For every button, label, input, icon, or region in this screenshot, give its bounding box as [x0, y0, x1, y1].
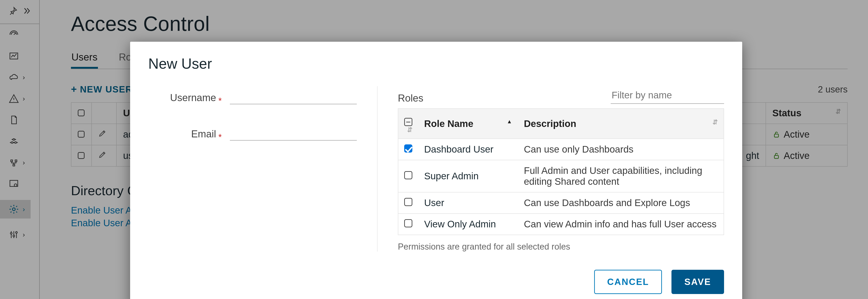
page-title: Access Control — [71, 12, 847, 36]
col-status[interactable]: Status⇵ — [766, 102, 847, 124]
username-field-row: Username* — [148, 88, 357, 104]
col-role-name[interactable]: Role Name▲ — [418, 109, 518, 139]
nav-item-dashboard[interactable] — [9, 29, 19, 40]
tab-users[interactable]: Users — [71, 52, 98, 69]
new-user-button[interactable]: + NEW USER — [71, 84, 132, 95]
chevrons-right-icon — [22, 6, 31, 16]
svg-point-2 — [14, 184, 17, 186]
cancel-button[interactable]: CANCEL — [594, 270, 662, 294]
role-name: User — [418, 192, 518, 213]
plus-icon: + — [71, 84, 77, 95]
row-checkbox[interactable] — [78, 152, 85, 159]
role-checkbox[interactable] — [404, 144, 412, 153]
select-all-checkbox[interactable] — [78, 110, 85, 116]
email-input[interactable] — [230, 124, 357, 141]
role-row[interactable]: Dashboard User Can use only Dashboards — [398, 139, 724, 160]
role-name: Dashboard User — [418, 139, 518, 160]
new-user-label: NEW USER — [80, 84, 133, 94]
nav-item-alert[interactable]: › — [9, 93, 25, 104]
roles-filter-input[interactable] — [611, 88, 724, 104]
save-button[interactable]: SAVE — [672, 270, 724, 294]
nav-item-document[interactable] — [9, 115, 19, 125]
status-badge: Active — [772, 129, 841, 140]
svg-point-3 — [12, 208, 15, 211]
dialog-title: New User — [148, 55, 724, 72]
role-description: Can use Dashboards and Explore Logs — [518, 192, 724, 213]
edit-icon[interactable] — [98, 150, 107, 161]
role-row[interactable]: View Only Admin Can view Admin info and … — [398, 213, 724, 235]
svg-point-4 — [10, 232, 12, 234]
role-description: Full Admin and User capabilities, includ… — [518, 160, 724, 192]
new-user-dialog: New User Username* Email* Roles ⇵ — [130, 42, 742, 299]
email-label: Email* — [163, 128, 222, 141]
edit-icon[interactable] — [98, 129, 107, 140]
roles-select-all-checkbox[interactable] — [404, 118, 412, 126]
role-checkbox[interactable] — [404, 198, 412, 206]
nav-item-tuning[interactable]: › — [9, 230, 25, 240]
role-row[interactable]: Super Admin Full Admin and User capabili… — [398, 160, 724, 192]
username-label: Username* — [163, 92, 222, 104]
nav-item-network[interactable]: › — [9, 157, 25, 168]
role-name: Super Admin — [418, 160, 518, 192]
roles-table: ⇵ Role Name▲ Description⇵ Dashboard User… — [398, 108, 724, 235]
nav-item-analytics[interactable] — [9, 51, 19, 61]
permissions-footnote: Permissions are granted for all selected… — [398, 242, 724, 251]
role-row[interactable]: User Can use Dashboards and Explore Logs — [398, 192, 724, 213]
user-count: 2 users — [818, 84, 847, 94]
role-checkbox[interactable] — [404, 171, 412, 179]
rail-toggle[interactable] — [0, 6, 39, 24]
svg-point-6 — [16, 232, 18, 234]
username-input[interactable] — [230, 88, 357, 104]
role-description: Can use only Dashboards — [518, 139, 724, 160]
pin-icon — [9, 6, 18, 16]
role-name: View Only Admin — [418, 213, 518, 235]
vertical-divider — [377, 86, 377, 251]
col-role-description[interactable]: Description⇵ — [518, 109, 724, 139]
nav-item-cloud[interactable]: › — [9, 72, 25, 83]
nav-item-config[interactable] — [9, 179, 19, 189]
nav-item-settings[interactable]: › — [0, 200, 31, 218]
nav-item-packages[interactable] — [9, 136, 19, 146]
email-field-row: Email* — [148, 124, 357, 141]
svg-rect-8 — [774, 155, 778, 159]
svg-rect-7 — [774, 134, 778, 138]
row-checkbox[interactable] — [78, 131, 85, 138]
svg-point-5 — [13, 235, 15, 237]
role-checkbox[interactable] — [404, 219, 412, 227]
roles-section-label: Roles — [398, 92, 424, 104]
status-badge: Active — [772, 150, 841, 161]
role-description: Can view Admin info and has full User ac… — [518, 213, 724, 235]
nav-rail: › › › › › — [0, 0, 40, 299]
